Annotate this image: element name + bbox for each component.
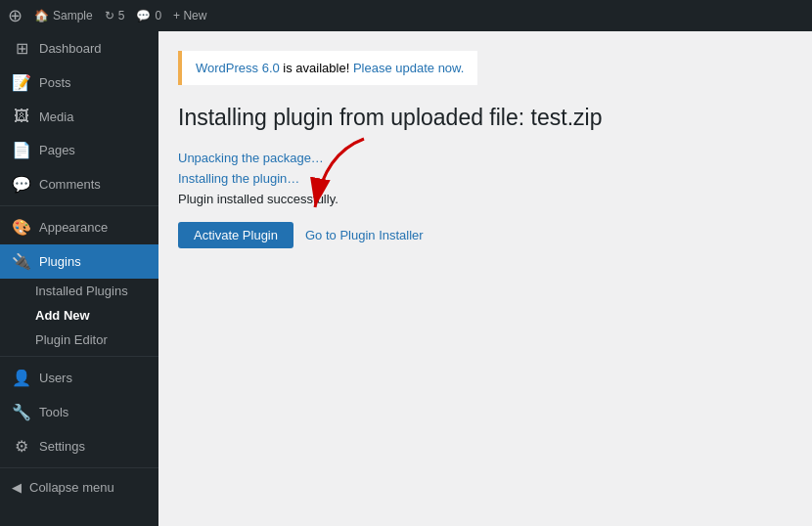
collapse-label: Collapse menu <box>29 480 114 495</box>
comments-nav-icon: 💬 <box>12 175 31 194</box>
site-name-item[interactable]: 🏠 Sample <box>34 9 93 22</box>
pages-icon: 📄 <box>12 141 31 159</box>
sidebar-divider-2 <box>0 356 158 357</box>
activate-plugin-button[interactable]: Activate Plugin <box>178 222 293 248</box>
sidebar-label-appearance: Appearance <box>39 220 108 235</box>
sidebar-item-appearance[interactable]: 🎨 Appearance <box>0 210 158 244</box>
dashboard-icon: ⊞ <box>12 39 31 58</box>
sidebar-label-posts: Posts <box>39 75 71 90</box>
please-update-link[interactable]: Please update now. <box>353 61 464 75</box>
log-line-3: Plugin installed successfully. <box>178 192 792 206</box>
go-to-installer-link[interactable]: Go to Plugin Installer <box>305 228 424 242</box>
sidebar-label-comments: Comments <box>39 177 101 192</box>
sidebar-label-dashboard: Dashboard <box>39 41 102 56</box>
plugins-submenu: Installed Plugins Add New Plugin Editor <box>0 279 158 352</box>
sidebar-divider-3 <box>0 467 158 468</box>
installed-plugins-label: Installed Plugins <box>35 284 128 298</box>
sidebar-label-plugins: Plugins <box>39 254 81 269</box>
sidebar-item-tools[interactable]: 🔧 Tools <box>0 395 158 429</box>
users-icon: 👤 <box>12 369 31 387</box>
sidebar-item-posts[interactable]: 📝 Posts <box>0 66 158 100</box>
updates-item[interactable]: ↻ 5 <box>105 9 125 22</box>
log-line-1: Unpacking the package… <box>178 151 792 165</box>
tools-icon: 🔧 <box>12 403 31 421</box>
plugin-editor-label: Plugin Editor <box>35 332 108 347</box>
page-title: Installing plugin from uploaded file: te… <box>178 105 792 131</box>
wp-version-link[interactable]: WordPress 6.0 <box>196 61 280 75</box>
app-layout: ⊞ Dashboard 📝 Posts 🖼 Media 📄 Pages 💬 Co… <box>0 31 812 526</box>
sidebar-item-settings[interactable]: ⚙ Settings <box>0 429 158 463</box>
home-icon: 🏠 <box>34 9 49 22</box>
submenu-plugin-editor[interactable]: Plugin Editor <box>0 328 158 352</box>
install-log: Unpacking the package… Installing the pl… <box>178 151 792 206</box>
sidebar: ⊞ Dashboard 📝 Posts 🖼 Media 📄 Pages 💬 Co… <box>0 31 158 526</box>
wp-logo-icon: ⊕ <box>8 5 23 26</box>
wp-logo-item[interactable]: ⊕ <box>8 5 23 26</box>
sidebar-label-settings: Settings <box>39 439 85 454</box>
update-notice: WordPress 6.0 is available! Please updat… <box>178 51 477 85</box>
sidebar-label-pages: Pages <box>39 143 75 157</box>
appearance-icon: 🎨 <box>12 218 31 237</box>
sidebar-menu: ⊞ Dashboard 📝 Posts 🖼 Media 📄 Pages 💬 Co… <box>0 31 158 503</box>
sidebar-item-comments[interactable]: 💬 Comments <box>0 167 158 201</box>
sidebar-divider-1 <box>0 205 158 206</box>
log-line-2: Installing the plugin… <box>178 171 792 186</box>
main-content: WordPress 6.0 is available! Please updat… <box>158 31 812 526</box>
new-content-item[interactable]: + New <box>173 9 206 22</box>
notice-text: is available! <box>280 61 353 75</box>
sidebar-item-dashboard[interactable]: ⊞ Dashboard <box>0 31 158 66</box>
sidebar-item-media[interactable]: 🖼 Media <box>0 100 158 133</box>
comments-count: 0 <box>155 9 161 22</box>
media-icon: 🖼 <box>12 108 31 125</box>
sidebar-label-media: Media <box>39 110 73 124</box>
site-name: Sample <box>53 9 93 22</box>
posts-icon: 📝 <box>12 73 31 92</box>
top-bar: ⊕ 🏠 Sample ↻ 5 💬 0 + New <box>0 0 812 31</box>
comments-item[interactable]: 💬 0 <box>136 9 161 22</box>
add-new-label: Add New <box>35 308 90 323</box>
action-buttons: Activate Plugin Go to Plugin Installer <box>178 222 792 248</box>
comments-icon: 💬 <box>136 9 151 22</box>
submenu-add-new[interactable]: Add New <box>0 303 158 328</box>
updates-icon: ↻ <box>105 9 114 22</box>
sidebar-label-tools: Tools <box>39 405 68 419</box>
collapse-icon: ◀ <box>12 480 22 495</box>
sidebar-item-users[interactable]: 👤 Users <box>0 361 158 395</box>
new-label: + New <box>173 9 206 22</box>
sidebar-item-plugins[interactable]: 🔌 Plugins <box>0 244 158 279</box>
collapse-menu-item[interactable]: ◀ Collapse menu <box>0 472 158 503</box>
sidebar-label-users: Users <box>39 371 72 385</box>
updates-count: 5 <box>118 9 125 22</box>
settings-icon: ⚙ <box>12 437 31 456</box>
plugins-icon: 🔌 <box>12 252 31 271</box>
sidebar-item-pages[interactable]: 📄 Pages <box>0 133 158 167</box>
submenu-installed-plugins[interactable]: Installed Plugins <box>0 279 158 303</box>
